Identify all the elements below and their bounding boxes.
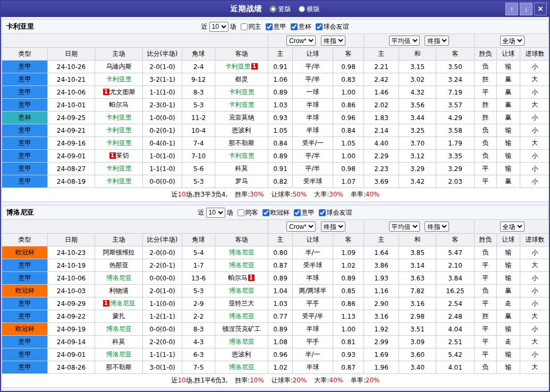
filter-same-venue[interactable]: 同主 xyxy=(241,22,261,31)
spacer-cell xyxy=(2,220,268,234)
result-handicap: 走 xyxy=(497,297,520,310)
home-odds: 1.03 xyxy=(268,99,293,112)
match-row: 意甲24-08-19卡利亚里0-0(0-0)5-3罗马0.82受半球1.073.… xyxy=(2,175,550,188)
avg-draw-odds: 2.98 xyxy=(399,310,436,323)
filter-coppa[interactable]: 意杯 xyxy=(291,22,311,31)
result-goals: 小 xyxy=(520,86,550,99)
corner-score: 5-3 xyxy=(182,99,215,112)
avg-draw-odds: 3.14 xyxy=(399,259,436,272)
recent-count-select[interactable]: 10 xyxy=(209,22,229,32)
average-select[interactable]: 平均值 xyxy=(389,36,420,46)
handicap-line: 平手 xyxy=(293,336,333,348)
filter-ucl[interactable]: 欧冠杯 xyxy=(263,208,290,217)
handicap-rate-value: 50% xyxy=(293,191,307,198)
team-name: 卡利亚里 xyxy=(106,126,132,134)
layout-option-vertical[interactable]: 竖版 xyxy=(270,5,291,14)
away-odds: 1.13 xyxy=(333,310,364,323)
near-label: 近 xyxy=(198,208,205,217)
filter-friendly[interactable]: 球会友谊 xyxy=(316,22,349,31)
match-date: 24-10-21 xyxy=(48,73,95,86)
away-team: 恩波利 xyxy=(215,124,268,137)
col-home: 主场 xyxy=(95,234,143,246)
away-odds: 1.02 xyxy=(333,259,364,272)
avg-away-odds: 3.58 xyxy=(436,124,475,137)
match-score: 1-1(1-0) xyxy=(143,163,182,175)
match-row: 意甲24-09-01博洛尼亚1-1(1-1)6-3恩波利0.96半/一0.931… xyxy=(2,348,550,361)
friendly-checkbox[interactable] xyxy=(319,209,326,216)
away-odds: 1.00 xyxy=(333,150,364,163)
result-goals: 大 xyxy=(520,336,550,348)
vertical-radio[interactable] xyxy=(270,6,276,12)
average-select[interactable]: 平均值 xyxy=(389,221,420,232)
average-closing-select[interactable]: 终指 xyxy=(425,36,449,46)
serie-a-checkbox[interactable] xyxy=(294,209,301,216)
handicap-line: 平/半 xyxy=(293,73,333,86)
match-row: 欧冠杯24-10-03利物浦2-0(1-0)5-3博洛尼亚1.04两/两球半0.… xyxy=(2,285,550,297)
team-name: 罗马 xyxy=(235,177,248,185)
recent-count-select[interactable]: 10 xyxy=(206,208,225,218)
result-handicap: 输 xyxy=(497,272,520,285)
average-closing-select[interactable]: 终指 xyxy=(425,221,449,232)
col-avg-away: 客 xyxy=(436,48,475,61)
handicap-line: 半球 xyxy=(293,323,333,336)
section-header: 博洛尼亚 近 10 场 同客 欧冠杯 意甲 球会友谊 xyxy=(2,205,548,219)
scroll-up-button[interactable]: ↑ xyxy=(505,3,518,15)
filter-serie-a[interactable]: 意甲 xyxy=(294,208,315,217)
result-handicap: 输 xyxy=(497,348,520,361)
home-team: 科莫 xyxy=(95,336,143,348)
handicap-odds-selects: Crow* 终指 xyxy=(268,220,364,234)
summary-record: 场,胜3平3负4, xyxy=(186,191,228,198)
horizontal-radio[interactable] xyxy=(299,6,305,12)
team-name: 卡利亚里 xyxy=(225,63,251,70)
result-handicap: 赢 xyxy=(497,73,520,86)
league-type-badge: 意杯 xyxy=(2,112,48,124)
scope-select[interactable]: 全场 xyxy=(500,36,524,46)
match-date: 24-10-06 xyxy=(48,272,95,285)
average-odds-selects: 平均值 终指 xyxy=(364,220,475,234)
friendly-checkbox[interactable] xyxy=(316,23,323,30)
result-outcome: 负 xyxy=(475,285,497,297)
result-goals: 小 xyxy=(520,124,550,137)
away-odds: 0.86 xyxy=(333,99,364,112)
away-odds: 0.86 xyxy=(333,297,364,310)
bookmaker-select[interactable]: Crow* xyxy=(286,221,316,232)
match-date: 24-10-26 xyxy=(48,61,95,73)
handicap-rate-value: 20% xyxy=(293,377,307,384)
col-odds-home: 主 xyxy=(268,234,293,246)
corner-score: 2-4 xyxy=(182,61,215,73)
handicap-line: 两/两球半 xyxy=(293,285,333,297)
serie-a-checkbox[interactable] xyxy=(266,23,273,30)
filter-friendly[interactable]: 球会友谊 xyxy=(319,208,352,217)
filter-same-venue[interactable]: 同客 xyxy=(238,208,258,217)
same-venue-checkbox[interactable] xyxy=(238,209,244,216)
coppa-checkbox[interactable] xyxy=(291,23,298,30)
scope-select[interactable]: 全场 xyxy=(500,221,524,232)
filter-serie-a[interactable]: 意甲 xyxy=(266,22,286,31)
over-rate-label: 大率: xyxy=(314,377,329,384)
team-name: 卡利亚里 xyxy=(229,88,255,96)
scroll-down-button[interactable]: ↓ xyxy=(520,3,532,15)
corner-score: 5-6 xyxy=(182,163,215,175)
content: 卡利亚里 近 10 场 同主 意甲 意杯 球会友谊 xyxy=(1,17,549,388)
corner-score: 13-6 xyxy=(182,272,215,285)
closing-odds-select[interactable]: 终指 xyxy=(321,221,345,232)
team-name: 科莫 xyxy=(113,338,125,345)
same-venue-checkbox[interactable] xyxy=(241,23,248,30)
away-odds: 0.81 xyxy=(333,336,364,348)
home-odds: 0.77 xyxy=(268,310,293,323)
bookmaker-select[interactable]: Crow* xyxy=(286,36,316,46)
section-cagliari: 卡利亚里 近 10 场 同主 意甲 意杯 球会友谊 xyxy=(2,19,548,202)
ucl-checkbox[interactable] xyxy=(263,209,269,216)
closing-odds-select[interactable]: 终指 xyxy=(321,36,345,46)
layout-option-horizontal[interactable]: 横版 xyxy=(299,5,320,14)
checkbox-label: 球会友谊 xyxy=(327,208,352,217)
result-outcome: 平 xyxy=(475,336,497,348)
match-score: 3-2(1-1) xyxy=(143,73,182,86)
handicap-line: 平手 xyxy=(293,297,333,310)
team-name: 利物浦 xyxy=(109,287,129,294)
away-team: 卡利亚里 xyxy=(215,99,268,112)
close-button[interactable]: × xyxy=(534,3,547,15)
col-avg-draw: 和 xyxy=(399,234,436,246)
result-handicap: 赢 xyxy=(497,285,520,297)
col-type: 类型 xyxy=(2,234,48,246)
